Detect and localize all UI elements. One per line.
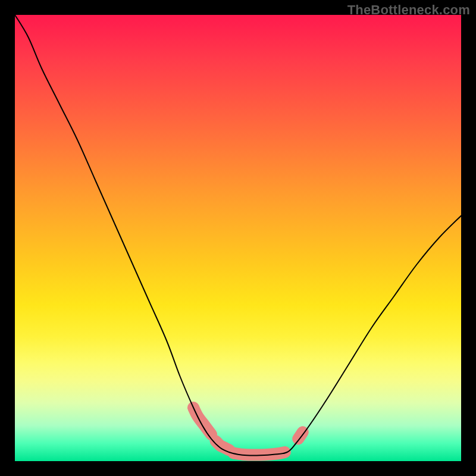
chart-svg [15,15,461,461]
chart-frame: TheBottleneck.com [0,0,476,476]
marker-left-descent-blob-upper [193,408,211,434]
bottleneck-curve [15,15,461,455]
curve-layer [15,15,461,455]
marker-layer [193,408,303,455]
plot-area [15,15,461,461]
